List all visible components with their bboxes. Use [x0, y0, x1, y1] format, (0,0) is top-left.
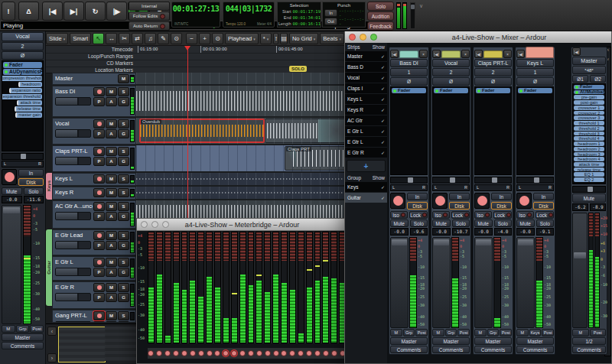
track-gain-fader[interactable]	[55, 241, 91, 249]
strip-list-item[interactable]: AC Gtr✓	[345, 115, 387, 126]
show-checkbox[interactable]: ✓	[381, 96, 385, 102]
show-checkbox[interactable]: ✓	[381, 64, 385, 70]
plugin-param[interactable]: master gain	[15, 112, 42, 118]
solo-button[interactable]: S	[118, 202, 129, 211]
record-arm-button[interactable]	[516, 193, 532, 209]
monitor-disk-button[interactable]: Disk	[491, 202, 512, 210]
show-checkbox[interactable]: ✓	[381, 128, 385, 134]
plugin-param[interactable]: headroom	[18, 82, 42, 87]
strip-name-button[interactable]: Vocal	[2, 32, 44, 41]
show-checkbox[interactable]: ✓	[381, 54, 385, 59]
post-button[interactable]: Post	[30, 325, 44, 333]
group-button[interactable]: G	[118, 241, 129, 250]
automation-button[interactable]: A	[106, 293, 117, 302]
track-header[interactable]: Gang PRT-LMSPAG	[52, 310, 136, 323]
secondary-clock[interactable]: 044|03|1732 Tempo 120.0 Meter 4/4	[223, 2, 275, 28]
go-to-start-button[interactable]: |◀	[42, 2, 63, 21]
strip-list-item[interactable]: E Gtr L✓	[345, 126, 387, 137]
solo-button[interactable]: S	[118, 231, 129, 240]
group-button[interactable]: G	[118, 212, 129, 221]
strip-list-item[interactable]: Keys R✓	[345, 105, 387, 115]
edit-point-tool-icon[interactable]: ⊙	[171, 33, 182, 44]
loop-button[interactable]: ↻	[85, 2, 106, 21]
plugin-param[interactable]: headroom 2	[574, 147, 604, 151]
auto-return-button[interactable]: Auto Return	[129, 21, 170, 31]
playlist-button[interactable]: P	[93, 157, 105, 166]
mute-button[interactable]: Mute	[432, 219, 451, 227]
cut-tool-icon[interactable]: ✂	[119, 33, 130, 44]
meter-point-button[interactable]: M	[390, 329, 402, 336]
punch-out-button[interactable]: Out	[324, 18, 337, 25]
processor-fader[interactable]: Fader	[3, 62, 42, 68]
location-marker-solo[interactable]: SOLO	[289, 66, 307, 72]
phase-left-button[interactable]: Ø1	[572, 75, 588, 83]
gain-fader[interactable]	[572, 213, 588, 328]
zoom-icon[interactable]	[370, 34, 377, 41]
phase-button[interactable]: Ø	[390, 77, 428, 86]
processor-box[interactable]: Fader	[432, 86, 470, 175]
group-list-item[interactable]: Keys✓	[345, 182, 387, 193]
record-enable-dot[interactable]	[156, 350, 162, 356]
plugin-param[interactable]: headroom 1	[574, 141, 604, 146]
input-button[interactable]: 2	[432, 68, 470, 76]
solo-button[interactable]: Solo	[410, 219, 428, 227]
snap-note-dropdown[interactable]: *▾	[260, 33, 272, 44]
pan-slider[interactable]	[432, 177, 470, 184]
plugin-param[interactable]: post-gain	[574, 100, 604, 105]
play-range-button[interactable]: |▶	[106, 2, 127, 21]
selection-start-value[interactable]: 00:01:17:19	[293, 8, 321, 15]
record-enable-dot[interactable]	[298, 350, 304, 356]
record-arm-button[interactable]	[2, 169, 17, 185]
mixer-strip-master[interactable]: |◀|Master*48*Ø1Ø2FaderAUMultibanpre-gain…	[571, 47, 607, 355]
record-enable-dot[interactable]	[289, 350, 295, 356]
solo-lock-button[interactable]: Lock	[493, 211, 512, 219]
solo-button[interactable]: Solo	[24, 187, 44, 195]
zoom-to-session-icon[interactable]: ⊙	[212, 33, 223, 44]
processor-box[interactable]: Fader	[474, 86, 512, 175]
plugin-param[interactable]: crossover 1	[574, 106, 604, 110]
show-checkbox[interactable]: ✓	[381, 118, 385, 123]
zoom-focus-dropdown[interactable]: Playhead▾	[225, 33, 259, 44]
record-enable-dot[interactable]	[256, 350, 262, 356]
strip-list-item[interactable]: Master✓	[345, 51, 387, 62]
mixer-strip-keys-l[interactable]: |◀|Keys L1ØFaderLRInDiskIsoLockMuteSolo-…	[515, 47, 555, 355]
group-button[interactable]: Grp	[16, 325, 30, 333]
peak-display[interactable]: -9.1	[536, 228, 555, 236]
mute-button[interactable]: M	[106, 283, 117, 292]
minimize-icon[interactable]	[360, 34, 366, 41]
record-arm-button[interactable]	[93, 311, 105, 320]
record-enable-dot[interactable]	[231, 350, 237, 356]
comments-button[interactable]: Comments	[516, 346, 554, 353]
mute-button[interactable]: M	[106, 119, 117, 128]
processor-fader[interactable]: Fader	[476, 88, 510, 93]
pan-slider[interactable]	[572, 186, 606, 193]
mute-button[interactable]: M	[118, 74, 129, 83]
narrow-strip-icon[interactable]: |◀|	[432, 50, 441, 58]
grid-unit-dropdown[interactable]: Beats▾	[320, 33, 344, 44]
strip-list-item[interactable]: E Gtr L✓	[345, 137, 387, 148]
plugin-param[interactable]: headroom 3	[574, 152, 604, 157]
record-arm-button[interactable]	[93, 258, 105, 267]
track-header[interactable]: Keys RMS	[52, 187, 136, 200]
peak-display[interactable]: -8.9	[590, 203, 606, 211]
comments-button[interactable]: Comments	[474, 346, 512, 353]
strip-list-item[interactable]: Claps I✓	[345, 83, 387, 94]
plugin-param[interactable]: EQ 1	[574, 172, 604, 177]
input-button[interactable]: 1	[516, 68, 554, 76]
mute-button[interactable]: M	[106, 174, 117, 184]
metronome-button[interactable]: Δ	[18, 2, 39, 21]
processor-fader[interactable]: Fader	[434, 88, 468, 93]
output-button[interactable]: Master	[474, 337, 512, 345]
audition-tool-icon[interactable]: ♫	[145, 33, 156, 44]
strip-list-item[interactable]: Vocal✓	[345, 73, 387, 83]
strip-name-button[interactable]: Keys L	[516, 59, 554, 67]
show-checkbox[interactable]: ✓	[381, 184, 385, 190]
close-icon[interactable]: ×	[461, 50, 470, 58]
solo-lock-button[interactable]: Lock	[409, 211, 428, 219]
plugin-param[interactable]: headroom 4	[574, 157, 604, 161]
solo-button[interactable]: S	[118, 258, 129, 267]
processor-fader[interactable]: Fader	[518, 88, 552, 93]
peak-display[interactable]: -4.0	[494, 228, 513, 236]
record-arm-button[interactable]	[432, 193, 448, 209]
post-button[interactable]: Post	[457, 329, 470, 336]
